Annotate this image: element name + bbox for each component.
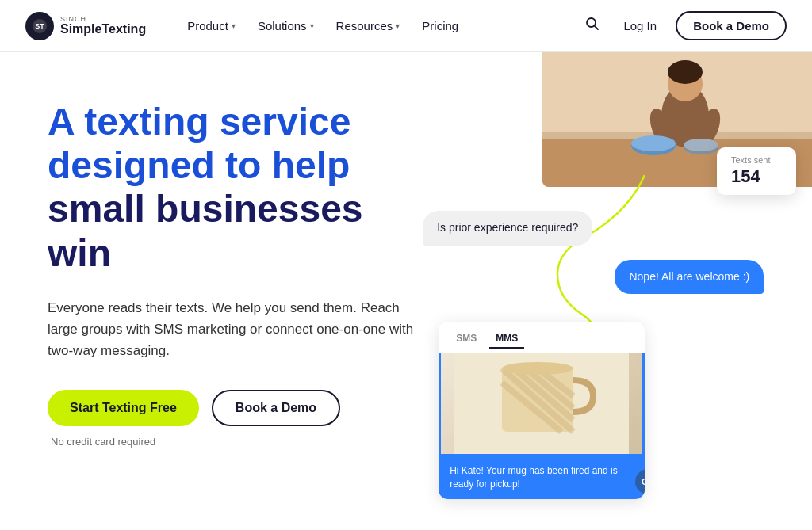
svg-line-3 xyxy=(595,26,598,29)
book-demo-nav-button[interactable]: Book a Demo xyxy=(676,11,787,40)
navigation: ST SINCH SimpleTexting Product ▾ Solutio… xyxy=(0,0,812,52)
nav-item-product[interactable]: Product ▾ xyxy=(178,13,245,39)
logo-icon: ST xyxy=(25,12,54,40)
chat-row-1: Is prior experience required? xyxy=(423,211,764,246)
svg-point-9 xyxy=(668,60,703,84)
start-free-button[interactable]: Start Texting Free xyxy=(48,390,199,426)
hero-section: A texting service designed to help small… xyxy=(0,52,812,530)
brand-name: SimpleTexting xyxy=(60,23,146,36)
hero-subtitle: Everyone reads their texts. We help you … xyxy=(48,297,421,362)
mms-card: SMS MMS xyxy=(439,322,645,499)
chat-bubble-answer: Nope! All are welcome :) xyxy=(615,260,764,295)
chat-area: Is prior experience required? Nope! All … xyxy=(423,211,764,308)
texts-sent-badge: Texts sent 154 xyxy=(717,147,796,195)
nav-links: Product ▾ Solutions ▾ Resources ▾ Pricin… xyxy=(178,13,580,39)
svg-point-15 xyxy=(684,139,718,151)
chevron-down-icon: ▾ xyxy=(232,21,236,30)
no-credit-label: No credit card required xyxy=(51,436,421,448)
mms-message-text: Hi Kate! Your mug has been fired and is … xyxy=(450,464,634,491)
nav-item-solutions[interactable]: Solutions ▾ xyxy=(248,13,324,39)
chevron-down-icon: ▾ xyxy=(310,21,314,30)
hero-title: A texting service designed to help small… xyxy=(48,100,421,275)
svg-text:ST: ST xyxy=(35,22,44,30)
texts-sent-label: Texts sent xyxy=(731,155,782,165)
chat-row-2: Nope! All are welcome :) xyxy=(423,260,764,295)
logo[interactable]: ST SINCH SimpleTexting xyxy=(25,12,146,40)
sms-tab[interactable]: SMS xyxy=(450,330,483,349)
mms-image xyxy=(439,353,645,456)
hero-right: Texts sent 154 Is prior experience requi… xyxy=(446,52,812,530)
hero-ctas: Start Texting Free Book a Demo xyxy=(48,390,421,426)
svg-point-23 xyxy=(502,362,573,375)
svg-point-13 xyxy=(631,135,676,151)
chevron-down-icon: ▾ xyxy=(396,21,400,30)
book-demo-hero-button[interactable]: Book a Demo xyxy=(212,390,340,426)
nav-item-resources[interactable]: Resources ▾ xyxy=(327,13,410,39)
texts-sent-count: 154 xyxy=(731,166,782,187)
chat-bubble-question: Is prior experience required? xyxy=(423,211,592,246)
mms-tabs: SMS MMS xyxy=(439,322,645,353)
mms-tab[interactable]: MMS xyxy=(489,330,524,349)
nav-item-pricing[interactable]: Pricing xyxy=(412,13,468,39)
hero-left: A texting service designed to help small… xyxy=(0,52,446,530)
mms-message-box: Hi Kate! Your mug has been fired and is … xyxy=(439,456,645,499)
login-button[interactable]: Log In xyxy=(617,14,663,37)
search-button[interactable] xyxy=(580,12,604,40)
nav-right: Log In Book a Demo xyxy=(580,11,787,40)
